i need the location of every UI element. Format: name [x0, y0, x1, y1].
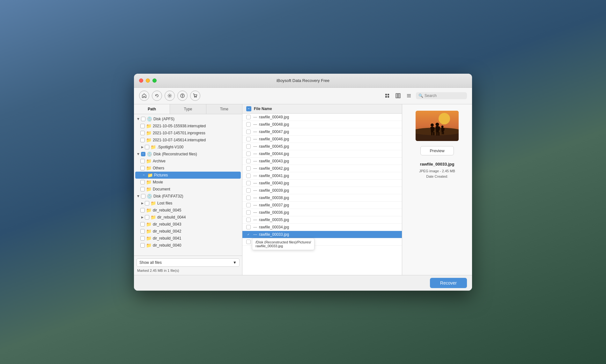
tree-item-dir0043[interactable]: 📁 dir_rebuild_0043: [134, 221, 242, 228]
tree-item-dir0040[interactable]: 📁 dir_rebuild_0040: [134, 242, 242, 249]
tree-item-label: 2021-10-07-145614.interrupted: [153, 138, 206, 142]
tree-checkbox[interactable]: [140, 236, 145, 241]
file-checkbox[interactable]: [246, 203, 251, 207]
search-input[interactable]: [425, 93, 463, 98]
file-checkbox[interactable]: [246, 130, 251, 134]
tab-type[interactable]: Type: [170, 104, 206, 114]
file-row[interactable]: — rawfile_00044.jpg: [242, 150, 402, 158]
file-row[interactable]: — rawfile_00035.jpg: [242, 216, 402, 224]
file-row[interactable]: — rawfile_00039.jpg: [242, 187, 402, 194]
tree-checkbox[interactable]: [145, 215, 149, 219]
minimize-button[interactable]: [146, 78, 150, 83]
tree-checkbox[interactable]: [140, 243, 145, 248]
list-view-button[interactable]: [404, 91, 413, 100]
expand-arrow: ▶: [140, 215, 144, 219]
svg-rect-10: [397, 93, 399, 98]
file-row[interactable]: — rawfile_00041.jpg: [242, 172, 402, 180]
tree-checkbox[interactable]: [141, 194, 145, 198]
tree-checkbox[interactable]: [140, 166, 145, 170]
settings-button[interactable]: [165, 91, 175, 101]
file-checkbox[interactable]: [246, 159, 251, 163]
file-checkbox[interactable]: [246, 174, 251, 178]
tree-item-movie[interactable]: 📁 Movie: [134, 179, 242, 186]
file-row[interactable]: — rawfile_00034.jpg: [242, 224, 402, 231]
tab-path[interactable]: Path: [134, 104, 170, 114]
file-row[interactable]: — rawfile_00040.jpg: [242, 180, 402, 187]
help-button[interactable]: [177, 91, 188, 101]
file-checkbox[interactable]: [246, 181, 251, 185]
file-checkbox[interactable]: [246, 218, 251, 222]
file-checkbox[interactable]: [246, 115, 251, 119]
tree-checkbox-checked[interactable]: −: [142, 173, 146, 177]
tree-checkbox[interactable]: [140, 138, 145, 142]
tree-item-disk-apfs[interactable]: ▶ 💿 Disk (APFS): [134, 115, 242, 123]
file-checkbox[interactable]: [246, 137, 251, 141]
tree-item-dir0042[interactable]: 📁 dir_rebuild_0042: [134, 228, 242, 235]
tree-item-spotlight[interactable]: ▶ 📁 .Spotlight-V100: [134, 144, 242, 151]
tree-checkbox[interactable]: [140, 229, 145, 234]
column-view-button[interactable]: [394, 91, 403, 100]
tree-item-folder-1[interactable]: 📁 2021-10-05-155938.interrupted: [134, 123, 242, 130]
tree-checkbox[interactable]: [140, 124, 145, 128]
recover-back-button[interactable]: [152, 91, 162, 101]
file-checkbox[interactable]: [246, 188, 251, 193]
tree-checkbox[interactable]: [145, 145, 149, 149]
cart-button[interactable]: [190, 91, 200, 101]
tree-checkbox[interactable]: [140, 187, 145, 191]
file-checkbox[interactable]: [246, 122, 251, 127]
tree-item-dir0041[interactable]: 📁 dir_rebuild_0041: [134, 235, 242, 242]
tree-checkbox[interactable]: [145, 201, 149, 205]
preview-button[interactable]: Preview: [420, 146, 454, 155]
tree-item-disk-fat[interactable]: ▶ 💿 Disk (FAT\FAT32): [134, 193, 242, 200]
tree-checkbox-partial[interactable]: −: [141, 152, 145, 156]
file-row[interactable]: — rawfile_00036.jpg: [242, 209, 402, 216]
file-checkbox[interactable]: [246, 144, 251, 149]
file-checkbox[interactable]: [246, 210, 251, 215]
toolbar: 🔍: [134, 88, 472, 104]
file-row[interactable]: — rawfile_00049.jpg: [242, 114, 402, 121]
file-checkbox[interactable]: [246, 152, 251, 156]
tree-checkbox[interactable]: [140, 159, 145, 163]
file-row[interactable]: — rawfile_00037.jpg: [242, 202, 402, 209]
tree-checkbox[interactable]: [141, 117, 145, 121]
tree-item-archive[interactable]: 📁 Archive: [134, 158, 242, 165]
tree-item-lost-files[interactable]: ▶ 📁 Lost files: [134, 200, 242, 207]
file-checkbox-checked[interactable]: ✓: [246, 232, 251, 237]
tree-checkbox[interactable]: [140, 180, 145, 184]
thumbnail-view-button[interactable]: [383, 91, 392, 100]
file-name: rawfile_00047.jpg: [259, 130, 289, 134]
file-checkbox[interactable]: [246, 240, 251, 244]
tree-item-label: Pictures: [154, 173, 168, 177]
show-all-dropdown[interactable]: Show all files ▼: [137, 258, 240, 267]
tree-checkbox[interactable]: [140, 222, 145, 227]
file-row[interactable]: — rawfile_00048.jpg: [242, 121, 402, 128]
file-row[interactable]: — rawfile_00045.jpg: [242, 143, 402, 150]
file-name: rawfile_00042.jpg: [259, 166, 289, 171]
file-row[interactable]: — rawfile_00047.jpg: [242, 128, 402, 136]
tree-item-folder-3[interactable]: 📁 2021-10-07-145614.interrupted: [134, 137, 242, 144]
file-checkbox[interactable]: [246, 225, 251, 229]
tree-item-others[interactable]: 📁 Others: [134, 165, 242, 172]
recover-button[interactable]: Recover: [430, 278, 467, 288]
tree-item-pictures[interactable]: − 📁 Pictures: [135, 172, 241, 179]
file-row[interactable]: — rawfile_00042.jpg: [242, 165, 402, 172]
file-checkbox[interactable]: [246, 166, 251, 171]
tab-time[interactable]: Time: [206, 104, 242, 114]
search-box[interactable]: 🔍: [416, 92, 467, 99]
close-button[interactable]: [139, 78, 143, 83]
maximize-button[interactable]: [152, 78, 157, 83]
tree-checkbox[interactable]: [140, 131, 145, 135]
tree-item-dir0045[interactable]: 📁 dir_rebuild_0045: [134, 207, 242, 214]
tree-item-folder-2[interactable]: 📁 2021-10-07-145701.inprogress: [134, 130, 242, 137]
file-row[interactable]: — rawfile_00038.jpg: [242, 194, 402, 202]
file-checkbox[interactable]: [246, 196, 251, 200]
header-checkbox[interactable]: −: [246, 106, 251, 111]
tree-checkbox[interactable]: [140, 208, 145, 212]
file-row-selected[interactable]: ✓ — rawfile_00033.jpg /Disk (Reconstruct…: [242, 231, 402, 238]
home-button[interactable]: [139, 91, 149, 101]
file-row[interactable]: — rawfile_00043.jpg: [242, 158, 402, 165]
tree-item-dir0044[interactable]: ▶ 📁 dir_rebuild_0044: [134, 214, 242, 221]
tree-item-document[interactable]: 📁 Document: [134, 186, 242, 193]
tree-item-disk-reconstructed[interactable]: ▶ − 💿 Disk (Reconstructed files): [134, 151, 242, 158]
file-row[interactable]: — rawfile_00046.jpg: [242, 136, 402, 143]
